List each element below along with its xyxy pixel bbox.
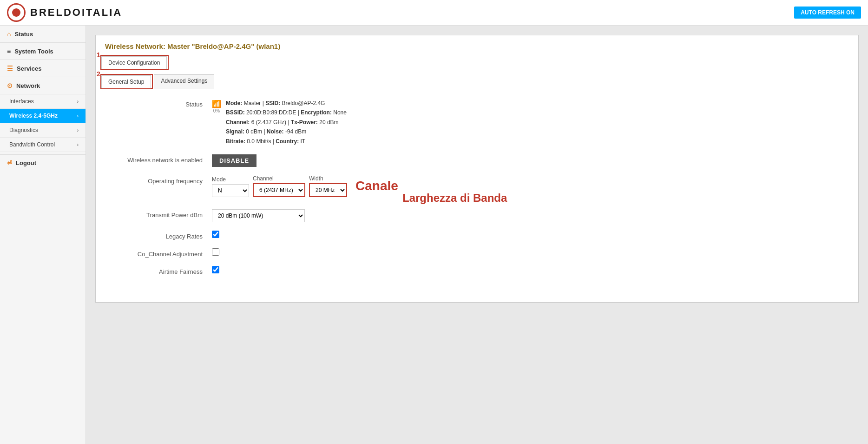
- co-channel-row: Co_Channel Adjustment: [110, 248, 844, 258]
- mode-value: Master: [244, 100, 261, 106]
- tab1-number: 1: [97, 51, 100, 59]
- home-icon: ⌂: [7, 30, 11, 38]
- logo-icon: [7, 3, 26, 22]
- encryption-value: None: [333, 109, 347, 116]
- status-block: 📶 0% Mode: Master | SSID: Breldo@AP-2.4G…: [212, 99, 347, 146]
- signal-percent: 0%: [213, 108, 220, 113]
- bssid-label: BSSID:: [226, 109, 245, 116]
- sidebar: ⌂ Status ≡ System Tools ☰ Services ⊙ Net…: [0, 26, 86, 444]
- status-details: Mode: Master | SSID: Breldo@AP-2.4G BSSI…: [226, 99, 347, 146]
- mode-select[interactable]: N: [212, 184, 249, 197]
- width-select[interactable]: 20 MHz: [309, 183, 347, 197]
- ssid-label: SSID:: [265, 100, 280, 106]
- status-form-control: 📶 0% Mode: Master | SSID: Breldo@AP-2.4G…: [212, 99, 844, 146]
- content-box: Wireless Network: Master "Breldo@AP-2.4G…: [95, 35, 859, 303]
- services-icon: ☰: [7, 65, 13, 72]
- airtime-row: Airtime Fairness: [110, 266, 844, 275]
- canale-annotation: Canale: [355, 179, 398, 193]
- legacy-rates-label: Legacy Rates: [110, 231, 212, 240]
- channel-value: 6 (2.437 GHz): [251, 119, 286, 126]
- chevron-right-icon-diagnostics: ›: [77, 128, 79, 133]
- sidebar-item-system-tools[interactable]: ≡ System Tools: [0, 43, 85, 60]
- mode-col-label: Mode: [212, 176, 249, 183]
- channel-label: Channel:: [226, 119, 250, 126]
- disable-button[interactable]: DISABLE: [212, 154, 256, 167]
- sidebar-item-status[interactable]: ⌂ Status: [0, 26, 85, 43]
- signal-label: Signal:: [226, 128, 244, 135]
- header: BRELDOITALIA AUTO REFRESH ON: [0, 0, 868, 26]
- logo-circle-inner: [12, 8, 20, 17]
- sidebar-item-diagnostics[interactable]: Diagnostics ›: [0, 123, 85, 138]
- co-channel-label: Co_Channel Adjustment: [110, 248, 212, 258]
- encryption-label: Encryption:: [301, 109, 332, 116]
- sidebar-interfaces-label: Interfaces: [9, 98, 34, 105]
- sidebar-item-interfaces[interactable]: Interfaces ›: [0, 94, 85, 109]
- chevron-right-icon: ›: [77, 99, 79, 104]
- sidebar-item-logout[interactable]: ⏎ Logout: [0, 154, 85, 171]
- sidebar-item-wireless[interactable]: Wireless 2.4-5GHz ›: [0, 109, 85, 123]
- country-value: IT: [301, 138, 306, 145]
- co-channel-control: [212, 248, 844, 256]
- airtime-control: [212, 266, 844, 273]
- device-config-tab-outline: 1 Device Configuration: [100, 55, 169, 70]
- main-content: Wireless Network: Master "Breldo@AP-2.4G…: [86, 26, 868, 444]
- page-title: Wireless Network: Master "Breldo@AP-2.4G…: [96, 35, 858, 55]
- ssid-value: Breldo@AP-2.4G: [282, 100, 325, 106]
- transmit-power-label: Transmit Power dBm: [110, 209, 212, 219]
- bitrate-label: Bitrate:: [226, 138, 245, 145]
- noise-value: -94 dBm: [285, 128, 306, 135]
- mode-label: Mode:: [226, 100, 242, 106]
- sidebar-item-services[interactable]: ☰ Services: [0, 60, 85, 77]
- sidebar-network-label: Network: [16, 82, 40, 89]
- width-col: Width 20 MHz: [309, 175, 347, 197]
- noise-label: Noise:: [267, 128, 284, 135]
- network-icon: ⊙: [7, 82, 13, 89]
- txpower-value: 20 dBm: [319, 119, 338, 126]
- mode-col: Mode N: [212, 176, 249, 197]
- width-col-label: Width: [309, 175, 347, 182]
- co-channel-checkbox[interactable]: [212, 248, 219, 256]
- device-config-tab[interactable]: Device Configuration: [101, 56, 167, 69]
- legacy-rates-control: [212, 231, 844, 238]
- airtime-label: Airtime Fairness: [110, 266, 212, 275]
- operating-freq-label: Operating frequency: [110, 175, 212, 185]
- sidebar-services-label: Services: [17, 65, 42, 72]
- sidebar-diagnostics-label: Diagnostics: [9, 127, 38, 133]
- wireless-enabled-label: Wireless network is enabled: [110, 154, 212, 164]
- tab2-number: 2: [97, 70, 100, 78]
- signal-value: 0 dBm: [246, 128, 262, 135]
- form-area: Status 📶 0% Mode: Master | SSID: Breldo@…: [96, 89, 858, 293]
- sidebar-status-label: Status: [14, 31, 33, 38]
- sidebar-item-network[interactable]: ⊙ Network: [0, 77, 85, 94]
- sidebar-logout-label: Logout: [16, 159, 36, 166]
- status-form-label: Status: [110, 99, 212, 108]
- system-tools-icon: ≡: [7, 47, 11, 55]
- logout-icon: ⏎: [7, 159, 12, 166]
- bitrate-value: 0.0 Mbit/s: [247, 138, 271, 145]
- general-setup-tab[interactable]: General Setup: [101, 75, 151, 88]
- channel-col: Channel 6 (2437 MHz): [253, 175, 305, 197]
- bssid-value: 20:0D:B0:89:DD:DE: [246, 109, 296, 116]
- chevron-right-icon-bandwidth: ›: [77, 142, 79, 147]
- country-label: Country:: [276, 138, 299, 145]
- general-setup-tab-outline: 2 General Setup: [100, 74, 153, 89]
- channel-select[interactable]: 6 (2437 MHz): [253, 183, 305, 197]
- auto-refresh-button[interactable]: AUTO REFRESH ON: [794, 7, 861, 19]
- logo: BRELDOITALIA: [7, 3, 122, 22]
- wireless-enabled-row: Wireless network is enabled DISABLE: [110, 154, 844, 167]
- sidebar-wireless-label: Wireless 2.4-5GHz: [9, 113, 58, 119]
- larghezza-annotation: Larghezza di Banda: [402, 192, 507, 204]
- sidebar-item-bandwidth-control[interactable]: Bandwidth Control ›: [0, 138, 85, 152]
- transmit-power-row: Transmit Power dBm 20 dBm (100 mW): [110, 209, 844, 222]
- wireless-enabled-control: DISABLE: [212, 154, 844, 167]
- transmit-power-select[interactable]: 20 dBm (100 mW): [212, 209, 305, 222]
- legacy-rates-checkbox[interactable]: [212, 231, 219, 238]
- antenna-icon: 📶: [212, 99, 221, 108]
- airtime-checkbox[interactable]: [212, 266, 219, 273]
- sidebar-system-tools-label: System Tools: [14, 48, 53, 55]
- operating-freq-control: Mode N Channel 6 (2437 MHz): [212, 175, 844, 197]
- advanced-settings-tab[interactable]: Advanced Settings: [154, 74, 214, 89]
- sub-tab-bar: 2 General Setup Advanced Settings: [96, 74, 858, 89]
- txpower-label: Tx-Power:: [291, 119, 318, 126]
- legacy-rates-row: Legacy Rates: [110, 231, 844, 240]
